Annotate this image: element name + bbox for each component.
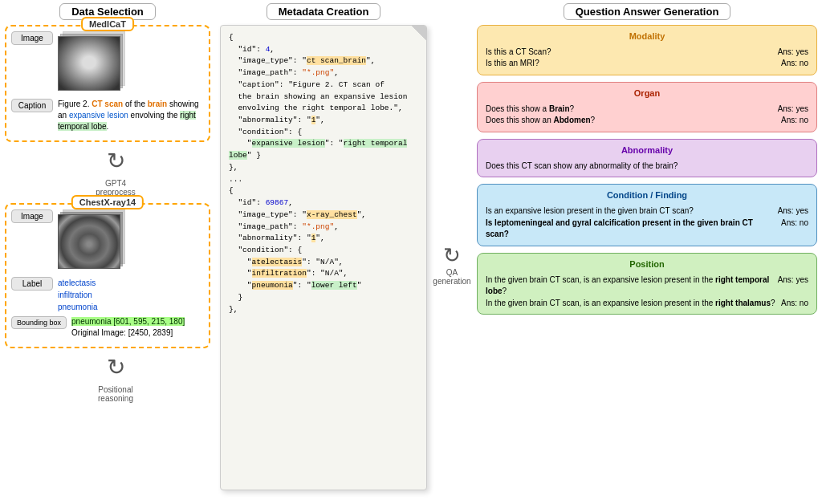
qa-organ-card: Organ Does this show a Brain? Ans: yes D…: [477, 82, 817, 132]
gpt4-label: GPT4 preprocess: [96, 179, 135, 197]
modality-row1: Is this a CT Scan? Ans: yes: [486, 47, 808, 59]
caption-ct: CT scan: [92, 100, 123, 108]
modality-title: Modality: [486, 30, 808, 43]
qa-abnormality-card: Abnormality Does this CT scan show any a…: [477, 139, 817, 177]
medicat-caption-label: Caption: [11, 99, 53, 112]
medicat-caption-row: Caption Figure 2. CT scan of the brain s…: [11, 99, 204, 132]
condition-a2: Ans: no: [781, 217, 808, 241]
json-caption1: "caption": "Figure 2. CT scan of the bra…: [229, 79, 418, 115]
condition-row2: Is leptomeningeal and gyral calcificatio…: [486, 217, 808, 241]
position-a2: Ans: no: [781, 298, 808, 310]
position-q2: In the given brain CT scan, is an expans…: [486, 298, 778, 310]
qa-cycle-icon: ↻: [443, 243, 461, 268]
json-open2: {: [229, 185, 418, 197]
gpt4-cycle-icon: ↻: [107, 150, 125, 173]
modality-q2: Is this an MRI?: [486, 58, 778, 70]
position-row1: In the given brain CT scan, is an expans…: [486, 274, 808, 298]
bbox-value: pneumonia [601, 595, 215, 180]: [71, 317, 185, 326]
json-imgpath1: "image_path": "*.png",: [229, 67, 418, 79]
positional-cycle-icon: ↻: [107, 356, 125, 379]
gpt4-arrow-block: ↻ GPT4 preprocess: [21, 150, 210, 197]
position-title: Position: [486, 258, 808, 271]
qa-modality-card: Modality Is this a CT Scan? Ans: yes Is …: [477, 25, 817, 75]
abnormality-title: Abnormality: [486, 144, 808, 157]
json-id1: "id": 4,: [229, 44, 418, 56]
chestxray-image-label: Image: [11, 209, 53, 223]
original-image: Original Image: [2450, 2839]: [71, 328, 173, 337]
json-atelectasis: "atelectasis": "N/A",: [229, 257, 418, 269]
position-a1: Ans: yes: [778, 274, 808, 298]
json-dots: ...: [229, 174, 418, 186]
modality-row2: Is this an MRI? Ans: no: [486, 58, 808, 70]
organ-q2: Does this show an Abdomen?: [486, 115, 778, 127]
json-cond1-open: "condition": {: [229, 127, 418, 139]
organ-a1: Ans: yes: [778, 104, 808, 116]
label-pneumonia: pneumonia: [58, 301, 97, 313]
modality-q1: Is this a CT Scan?: [486, 47, 775, 59]
chestxray-image-stack: [58, 209, 130, 274]
json-close1: },: [229, 162, 418, 174]
medicat-caption-text: Figure 2. CT scan of the brain showing a…: [58, 99, 204, 132]
json-pneumonia: "pneumonia": "lower left": [229, 280, 418, 292]
medicat-image-row: Image: [11, 31, 204, 96]
json-document: { "id": 4, "image_type": "ct scan_brain"…: [220, 25, 427, 490]
qa-arrow-col: ↻ QA generation: [432, 0, 472, 504]
chestxray-bbox-content: pneumonia [601, 595, 215, 180] Original …: [71, 316, 185, 339]
condition-row1: Is an expansive lesion present in the gi…: [486, 205, 808, 217]
caption-expansive: expansive lesion: [69, 111, 128, 120]
chestxray-bbox-row: Bounding box pneumonia [601, 595, 215, 1…: [11, 316, 204, 339]
json-close2: },: [229, 304, 418, 316]
position-row2: In the given brain CT scan, is an expans…: [486, 298, 808, 310]
chestxray-bbox-label: Bounding box: [11, 316, 67, 329]
condition-q2: Is leptomeningeal and gyral calcificatio…: [486, 217, 778, 241]
json-imgtype2: "image_type": "x-ray_chest",: [229, 209, 418, 222]
qa-position-card: Position In the given brain CT scan, is …: [477, 253, 817, 315]
qa-gen-title: Question Answer Generation: [564, 3, 731, 20]
caption-end: .: [107, 122, 109, 131]
organ-row1: Does this show a Brain? Ans: yes: [486, 104, 808, 116]
caption-brain: brain: [148, 100, 167, 108]
qa-gen-label: QA generation: [433, 268, 470, 286]
metadata-creation-title: Metadata Creation: [267, 3, 381, 20]
qa-condition-card: Condition / Finding Is an expansive lesi…: [477, 184, 817, 246]
medicat-box: MedICaT Image Caption Figure 2. CT scan …: [5, 25, 210, 142]
organ-q1: Does this show a Brain?: [486, 104, 775, 116]
json-abnorm2: "abnormality": "1",: [229, 233, 418, 245]
positional-arrow-block: ↻ Positional reasoning: [21, 356, 210, 403]
abnormality-q1: Does this CT scan show any abnormality o…: [486, 161, 808, 173]
organ-title: Organ: [486, 87, 808, 100]
json-cond2-close: }: [229, 292, 418, 304]
json-line-open1: {: [229, 32, 418, 44]
condition-q1: Is an expansive lesion present in the gi…: [486, 205, 775, 217]
positional-label: Positional reasoning: [98, 385, 133, 403]
json-imgtype1: "image_type": "ct scan_brain",: [229, 55, 418, 67]
organ-row2: Does this show an Abdomen? Ans: no: [486, 115, 808, 127]
condition-title: Condition / Finding: [486, 189, 808, 202]
chestxray-label-row: Label atelectasis infiltration pneumonia: [11, 277, 204, 313]
modality-a1: Ans: yes: [778, 47, 808, 59]
chestxray-image-row: Image: [11, 209, 204, 274]
label-infiltration: infiltration: [58, 289, 97, 301]
label-atelectasis: atelectasis: [58, 277, 97, 289]
json-cond1-val: "expansive lesion": "right temporal lobe…: [229, 138, 418, 161]
chestxray-label-list: atelectasis infiltration pneumonia: [58, 277, 97, 313]
json-infiltration: "infiltration": "N/A",: [229, 268, 418, 280]
medicat-label: MedICaT: [81, 17, 134, 31]
position-q1: In the given brain CT scan, is an expans…: [486, 274, 775, 298]
organ-a2: Ans: no: [781, 115, 808, 127]
json-id2: "id": 69867,: [229, 197, 418, 209]
chestxray-row-label: Label: [11, 277, 53, 291]
json-cond2-open: "condition": {: [229, 245, 418, 257]
json-imgpath2: "image_path": "*.png",: [229, 222, 418, 234]
caption-envolving: envolving the: [128, 111, 181, 120]
chestxray-box: ChestX-ray14 Image Label atelectasis inf…: [5, 203, 210, 348]
condition-a1: Ans: yes: [778, 205, 808, 217]
medicat-image-label: Image: [11, 31, 53, 45]
caption-mid: of the: [123, 100, 148, 108]
modality-a2: Ans: no: [781, 58, 808, 70]
caption-prefix: Figure 2.: [58, 100, 92, 108]
medicat-image-stack: [58, 31, 130, 96]
chestxray-label: ChestX-ray14: [71, 195, 144, 209]
json-abnorm1: "abnormality": "1",: [229, 115, 418, 127]
